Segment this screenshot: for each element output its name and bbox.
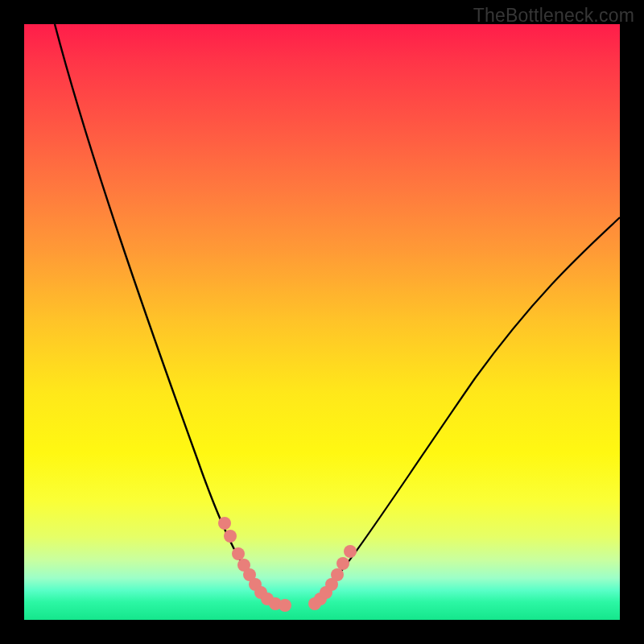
curve-right [314,217,620,604]
svg-point-16 [344,545,357,558]
svg-point-1 [224,530,237,543]
plot-area [24,24,620,620]
curve-left [55,24,278,604]
chart-svg [24,24,620,620]
svg-point-15 [336,557,349,570]
watermark-label: TheBottleneck.com [473,5,634,27]
svg-point-2 [232,547,245,560]
marker-group-left [218,517,291,612]
marker-group-right [308,545,357,610]
svg-point-14 [331,568,344,581]
svg-point-0 [218,517,231,530]
svg-point-9 [279,599,291,612]
chart-frame: TheBottleneck.com [0,0,644,644]
